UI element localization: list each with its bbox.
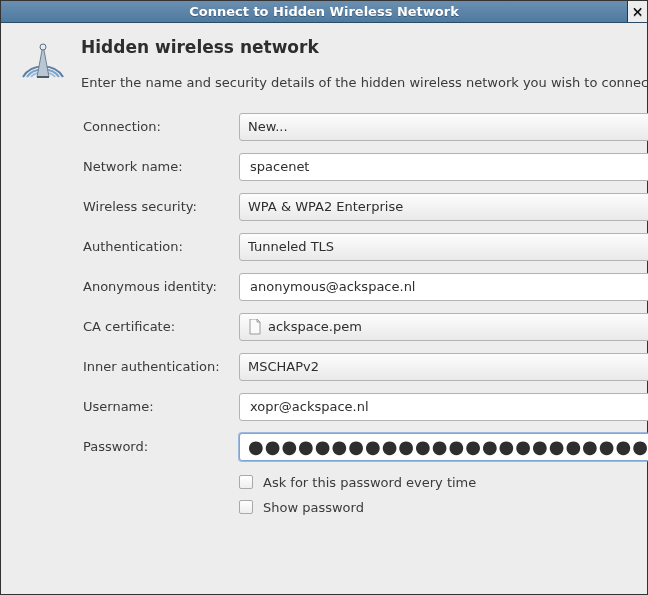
network-name-label: Network name: (81, 159, 231, 174)
checkbox-icon (239, 500, 253, 514)
window-title: Connect to Hidden Wireless Network (189, 4, 459, 19)
ca-cert-chooser[interactable]: ackspace.pem (239, 313, 648, 341)
close-button[interactable]: ✕ (627, 1, 647, 22)
inner-auth-value: MSCHAPv2 (248, 359, 319, 374)
ask-every-time-label: Ask for this password every time (263, 475, 476, 490)
anon-identity-label: Anonymous identity: (81, 279, 231, 294)
password-label: Password: (81, 439, 231, 454)
checkbox-icon (239, 475, 253, 489)
inner-auth-label: Inner authentication: (81, 359, 231, 374)
anon-identity-field[interactable] (248, 274, 648, 300)
security-value: WPA & WPA2 Enterprise (248, 199, 403, 214)
ca-cert-filename: ackspace.pem (268, 319, 648, 334)
connection-label: Connection: (81, 119, 231, 134)
network-name-field[interactable] (248, 154, 648, 180)
ca-cert-label: CA certificate: (81, 319, 231, 334)
checkbox-group: Ask for this password every time Show pa… (239, 475, 648, 515)
authentication-value: Tunneled TLS (248, 239, 334, 254)
connection-combo[interactable]: New... ▾ (239, 113, 648, 141)
svg-point-2 (40, 44, 46, 50)
wireless-network-icon (19, 37, 67, 85)
network-name-input[interactable] (239, 153, 648, 181)
dialog-content: Hidden wireless network Enter the name a… (1, 23, 647, 594)
form-grid: Connection: New... ▾ Network name: Wirel… (81, 113, 648, 515)
authentication-label: Authentication: (81, 239, 231, 254)
authentication-combo[interactable]: Tunneled TLS ▾ (239, 233, 648, 261)
button-row: Cancel Connect (81, 534, 648, 580)
main-column: Hidden wireless network Enter the name a… (81, 37, 648, 580)
username-label: Username: (81, 399, 231, 414)
inner-auth-combo[interactable]: MSCHAPv2 ▾ (239, 353, 648, 381)
show-password-check[interactable]: Show password (239, 500, 648, 515)
connection-value: New... (248, 119, 288, 134)
dialog-description: Enter the name and security details of t… (81, 73, 648, 93)
file-icon (248, 319, 262, 335)
titlebar: Connect to Hidden Wireless Network ✕ (1, 1, 647, 23)
show-password-label: Show password (263, 500, 364, 515)
close-icon: ✕ (632, 4, 644, 20)
icon-column (19, 37, 67, 580)
password-field[interactable]: ●●●●●●●●●●●●●●●●●●●●●●●●●●●●●●●●●●●●●● (248, 438, 648, 456)
ask-every-time-check[interactable]: Ask for this password every time (239, 475, 648, 490)
username-input[interactable] (239, 393, 648, 421)
username-field[interactable] (248, 394, 648, 420)
anon-identity-input[interactable] (239, 273, 648, 301)
password-input[interactable]: ●●●●●●●●●●●●●●●●●●●●●●●●●●●●●●●●●●●●●● (239, 433, 648, 461)
dialog-heading: Hidden wireless network (81, 37, 648, 57)
security-combo[interactable]: WPA & WPA2 Enterprise ▾ (239, 193, 648, 221)
security-label: Wireless security: (81, 199, 231, 214)
dialog-window: Connect to Hidden Wireless Network ✕ Hid… (0, 0, 648, 595)
